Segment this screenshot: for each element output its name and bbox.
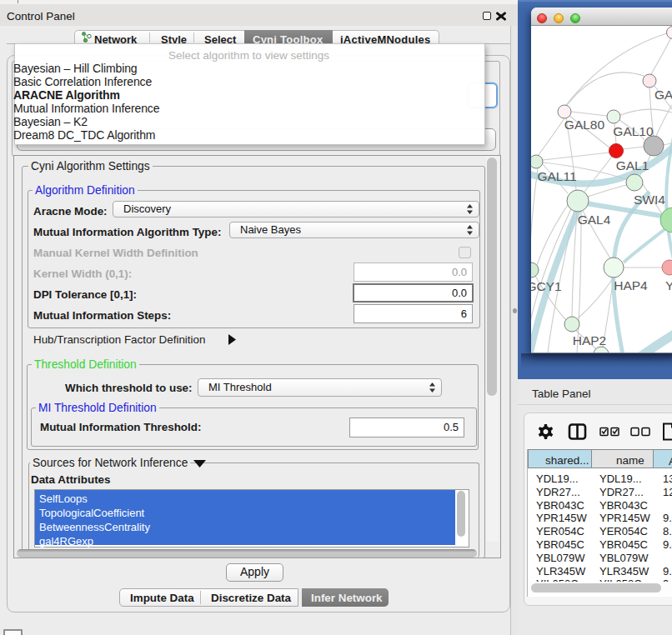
svg-text:GCY1: GCY1 bbox=[531, 279, 562, 293]
svg-text:GAL11: GAL11 bbox=[537, 169, 576, 183]
svg-text:GAL10: GAL10 bbox=[613, 124, 654, 138]
svg-text:SWI4: SWI4 bbox=[634, 192, 665, 207]
svg-text:GAL2: GAL2 bbox=[654, 88, 672, 102]
svg-text:GAL80: GAL80 bbox=[564, 118, 605, 132]
svg-text:HAP2: HAP2 bbox=[573, 333, 607, 348]
svg-text:GAL1: GAL1 bbox=[616, 158, 649, 172]
svg-text:GAL4: GAL4 bbox=[578, 212, 611, 227]
svg-text:HAP4: HAP4 bbox=[614, 278, 648, 292]
svg-text:YL: YL bbox=[665, 278, 672, 292]
